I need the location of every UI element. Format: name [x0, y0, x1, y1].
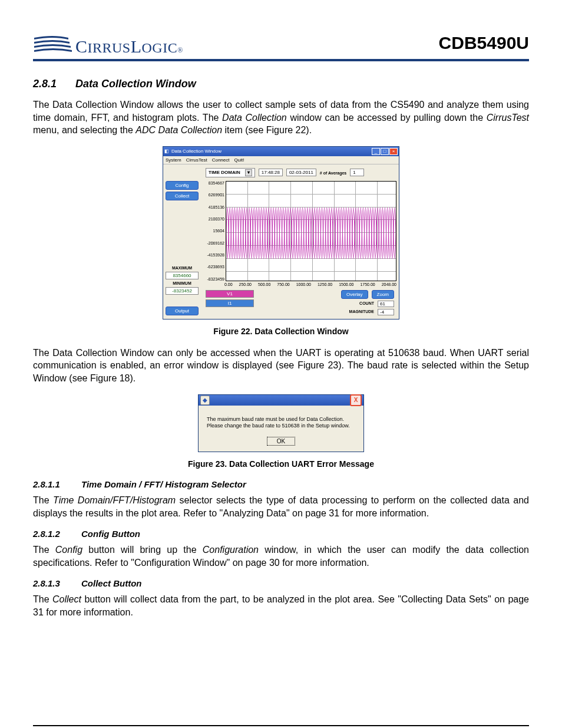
close-icon[interactable]: X	[350, 394, 362, 406]
close-icon[interactable]: ×	[389, 148, 398, 155]
logo-text: CIRRUS LOGIC®	[75, 37, 183, 57]
window-titlebar: ◧Data Collection Window _ □ ×	[163, 147, 399, 156]
config-button[interactable]: Config	[166, 181, 199, 190]
subsection-1: 2.8.1.1Time Domain / FFT/ Histogram Sele…	[33, 479, 529, 489]
channel-v1-chip[interactable]: V1	[206, 290, 254, 298]
overlay-button[interactable]: Overlay	[341, 290, 368, 299]
time-field: 17:48:28	[259, 169, 283, 176]
time-domain-plot: 835466762699014185136210037015604-206916…	[201, 181, 396, 281]
subsection-3-body: The Collect button will collect data fro…	[33, 593, 529, 618]
magnitude-value: -4	[378, 309, 394, 315]
paragraph-2: The Data Collection Window can only be a…	[33, 347, 529, 385]
output-button[interactable]: Output	[166, 307, 199, 315]
section-heading: 2.8.1Data Collection Window	[33, 78, 529, 90]
maximize-icon[interactable]: □	[381, 148, 389, 155]
cirrus-logic-logo: CIRRUS LOGIC®	[33, 33, 183, 57]
figure-23-caption: Figure 23. Data Collection UART Error Me…	[33, 459, 529, 469]
part-number: CDB5490U	[439, 33, 529, 53]
zoom-button[interactable]: Zoom	[372, 290, 394, 299]
subsection-2: 2.8.1.2Config Button	[33, 529, 529, 539]
maximum-value: 8354660	[166, 272, 199, 279]
paragraph-1: The Data Collection Window allows the us…	[33, 98, 529, 137]
subsection-2-body: The Config button will bring up the Conf…	[33, 543, 529, 569]
data-collection-window: ◧Data Collection Window _ □ × System Cir…	[163, 146, 399, 319]
mode-selector[interactable]: TIME DOMAIN▾	[206, 168, 255, 177]
menu-cirrustest[interactable]: CirrusTest	[186, 157, 207, 163]
page-header: CIRRUS LOGIC® CDB5490U	[33, 33, 529, 61]
menu-bar: System CirrusTest Connect Quit!	[163, 156, 399, 164]
app-icon: ◧	[164, 149, 169, 154]
collect-button[interactable]: Collect	[166, 192, 199, 200]
chevron-down-icon: ▾	[245, 169, 252, 176]
subsection-3: 2.8.1.3Collect Button	[33, 578, 529, 588]
count-value: 61	[378, 301, 394, 307]
subsection-1-body: The Time Domain/FFT/Histogram selector s…	[33, 494, 529, 519]
figure-22-caption: Figure 22. Data Collection Window	[33, 327, 529, 336]
menu-quit[interactable]: Quit!	[234, 157, 244, 163]
page-footer: 28 DS923DB5	[33, 725, 529, 729]
averages-field[interactable]: 1	[350, 169, 364, 176]
minimize-icon[interactable]: _	[372, 148, 380, 155]
date-field: 02-03-2011	[286, 169, 316, 176]
logo-swoosh-icon	[33, 33, 73, 57]
minimum-value: -8323452	[166, 287, 199, 295]
menu-connect[interactable]: Connect	[212, 157, 230, 163]
channel-i1-chip[interactable]: I1	[206, 299, 254, 307]
error-dialog: ◆ X The maximum baud rate must be used f…	[198, 394, 364, 452]
waveform-trace	[226, 182, 396, 281]
dialog-icon: ◆	[200, 396, 210, 405]
ok-button[interactable]: OK	[267, 437, 295, 446]
menu-system[interactable]: System	[166, 157, 181, 163]
error-message: The maximum baud rate must be used for D…	[199, 406, 363, 433]
